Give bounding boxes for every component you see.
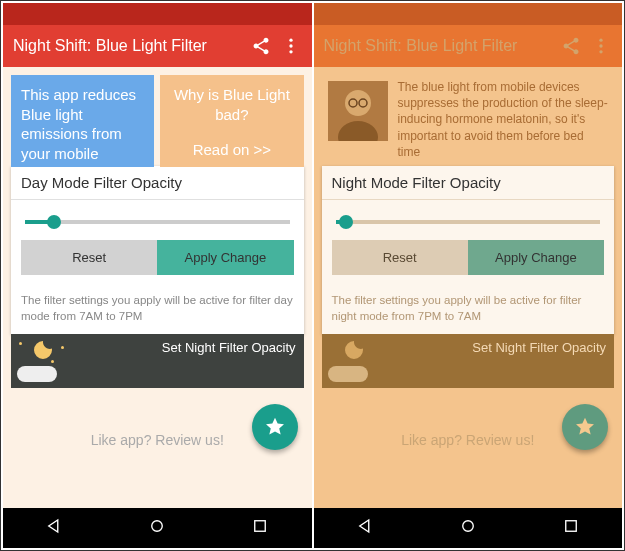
- share-icon[interactable]: [250, 35, 272, 57]
- apply-button[interactable]: Apply Change: [157, 240, 293, 275]
- status-bar: [3, 3, 312, 25]
- star-icon: [51, 360, 54, 363]
- reset-button[interactable]: Reset: [21, 240, 157, 275]
- nav-back-icon[interactable]: [45, 517, 63, 539]
- avatar: [328, 81, 388, 141]
- star-icon: [19, 342, 22, 345]
- phone-left: Night Shift: Blue Light Filter This app …: [3, 3, 312, 548]
- app-title: Night Shift: Blue Light Filter: [13, 37, 242, 55]
- reset-button[interactable]: Reset: [332, 240, 468, 275]
- slider-thumb[interactable]: [339, 215, 353, 229]
- night-filter-bar[interactable]: Set Night Filter Opacity: [322, 334, 615, 388]
- overflow-menu-icon[interactable]: [280, 35, 302, 57]
- svg-point-7: [599, 50, 602, 53]
- nav-bar: [314, 508, 623, 548]
- nav-home-icon[interactable]: [459, 517, 477, 539]
- star-icon: [574, 416, 596, 438]
- help-text: The filter settings you apply will be ac…: [11, 285, 304, 334]
- content-area: This app reduces Blue light emissions fr…: [3, 67, 312, 508]
- svg-rect-4: [255, 521, 266, 532]
- cloud-icon: [328, 366, 368, 382]
- help-text: The filter settings you apply will be ac…: [322, 285, 615, 334]
- svg-point-13: [462, 521, 473, 532]
- fab-star[interactable]: [252, 404, 298, 450]
- share-icon[interactable]: [560, 35, 582, 57]
- app-title: Night Shift: Blue Light Filter: [324, 37, 553, 55]
- content-area: The blue light from mobile devices suppr…: [314, 67, 623, 508]
- svg-point-1: [289, 44, 292, 47]
- opacity-card-title: Night Mode Filter Opacity: [322, 166, 615, 200]
- nav-bar: [3, 508, 312, 548]
- info-card-readon: Read on >>: [170, 140, 293, 160]
- opacity-slider[interactable]: [25, 220, 290, 224]
- info-text: The blue light from mobile devices suppr…: [398, 79, 609, 163]
- info-card-about[interactable]: This app reduces Blue light emissions fr…: [11, 75, 154, 167]
- svg-rect-14: [565, 521, 576, 532]
- apply-button[interactable]: Apply Change: [468, 240, 604, 275]
- slider-wrap: [322, 200, 615, 240]
- overflow-menu-icon[interactable]: [590, 35, 612, 57]
- info-row[interactable]: The blue light from mobile devices suppr…: [322, 75, 615, 167]
- cloud-icon: [17, 366, 57, 382]
- phone-right: Night Shift: Blue Light Filter The blue …: [314, 3, 623, 548]
- svg-point-2: [289, 50, 292, 53]
- opacity-card: Day Mode Filter Opacity Reset Apply Chan…: [11, 166, 304, 334]
- star-icon: [61, 346, 64, 349]
- nav-recent-icon[interactable]: [251, 517, 269, 539]
- nav-recent-icon[interactable]: [562, 517, 580, 539]
- svg-point-3: [152, 521, 163, 532]
- slider-wrap: [11, 200, 304, 240]
- svg-point-0: [289, 39, 292, 42]
- moon-icon: [31, 338, 55, 362]
- fab-star[interactable]: [562, 404, 608, 450]
- moon-icon: [342, 338, 366, 362]
- night-filter-label: Set Night Filter Opacity: [162, 340, 296, 355]
- night-filter-label: Set Night Filter Opacity: [472, 340, 606, 355]
- opacity-card: Night Mode Filter Opacity Reset Apply Ch…: [322, 166, 615, 334]
- nav-back-icon[interactable]: [356, 517, 374, 539]
- opacity-slider[interactable]: [336, 220, 601, 224]
- info-card-why[interactable]: Why is Blue Light bad? Read on >>: [160, 75, 303, 167]
- info-row: This app reduces Blue light emissions fr…: [11, 75, 304, 167]
- svg-point-5: [599, 39, 602, 42]
- app-bar: Night Shift: Blue Light Filter: [314, 25, 623, 67]
- opacity-card-title: Day Mode Filter Opacity: [11, 166, 304, 200]
- star-icon: [264, 416, 286, 438]
- info-card-why-title: Why is Blue Light bad?: [174, 86, 290, 123]
- night-filter-bar[interactable]: Set Night Filter Opacity: [11, 334, 304, 388]
- nav-home-icon[interactable]: [148, 517, 166, 539]
- svg-point-6: [599, 44, 602, 47]
- slider-thumb[interactable]: [47, 215, 61, 229]
- status-bar: [314, 3, 623, 25]
- app-bar: Night Shift: Blue Light Filter: [3, 25, 312, 67]
